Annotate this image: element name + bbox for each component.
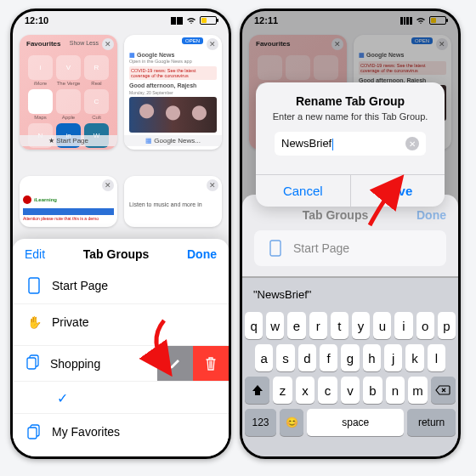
copy-icon	[26, 354, 40, 372]
group-label: Private	[52, 315, 89, 329]
group-label: My Favorites	[52, 425, 120, 439]
edit-button[interactable]: Edit	[25, 247, 45, 261]
close-icon[interactable]: ✕	[207, 38, 218, 50]
key-w[interactable]: w	[266, 312, 284, 339]
key-b[interactable]: b	[363, 377, 382, 404]
tab-overview: ✕ Favourites Show Less iiMore VThe Verge…	[13, 30, 229, 251]
key-e[interactable]: e	[287, 312, 305, 339]
hand-icon: ✋	[26, 313, 42, 332]
key-m[interactable]: m	[408, 377, 428, 404]
key-z[interactable]: z	[273, 377, 292, 404]
status-bar: 12:10	[13, 11, 229, 30]
copy-icon	[26, 422, 42, 441]
alert-text-field[interactable]: NewsBrief ✕	[275, 132, 426, 156]
tab-group-shopping-row: Shopping	[13, 345, 229, 382]
done-button[interactable]: Done	[187, 247, 217, 261]
tab-group-start-page[interactable]: Start Page	[13, 268, 229, 303]
tab-group-private[interactable]: ✋ Private	[13, 303, 229, 340]
close-icon[interactable]: ✕	[207, 179, 218, 191]
sheet-title: Tab Groups	[83, 247, 150, 261]
shift-icon	[252, 384, 264, 396]
key-123[interactable]: 123	[245, 409, 276, 436]
close-icon[interactable]: ✕	[102, 38, 114, 50]
tab-group-list: Start Page ✋ Private Shopping	[13, 264, 229, 453]
key-delete[interactable]	[431, 377, 456, 404]
key-o[interactable]: o	[416, 312, 434, 339]
key-r[interactable]: r	[309, 312, 327, 339]
key-f[interactable]: f	[320, 344, 337, 371]
keyboard-suggestion-bar[interactable]: "NewsBrief"	[245, 281, 456, 307]
favourites-grid: iiMore VThe Verge RReal 🗺Maps Apple CCul…	[20, 35, 117, 150]
trash-icon	[205, 357, 217, 371]
key-g[interactable]: g	[341, 344, 359, 371]
key-p[interactable]: p	[438, 312, 456, 339]
suggestion[interactable]: "NewsBrief"	[253, 288, 311, 301]
device-icon	[26, 276, 42, 295]
close-icon[interactable]: ✕	[102, 179, 114, 191]
clear-text-icon[interactable]: ✕	[405, 137, 419, 150]
done-button: Done	[416, 208, 446, 222]
svg-rect-2	[27, 358, 36, 369]
status-right	[171, 16, 217, 25]
delete-action-button[interactable]	[193, 346, 229, 381]
tab-groups-sheet: Edit Tab Groups Done Start Page ✋ Privat…	[13, 239, 229, 456]
tab-thumb-google-news[interactable]: ✕ ▦ Google News Open in the Google News …	[124, 35, 222, 150]
key-space[interactable]: space	[307, 409, 404, 436]
key-return[interactable]: return	[407, 409, 456, 436]
device-icon	[268, 239, 283, 258]
key-n[interactable]: n	[386, 377, 405, 404]
tab-thumb-start-page[interactable]: ✕ Favourites Show Less iiMore VThe Verge…	[20, 35, 117, 150]
key-v[interactable]: v	[341, 377, 360, 404]
battery-icon	[200, 16, 217, 25]
open-badge[interactable]: OPEN	[182, 37, 203, 44]
alert-title: Rename Tab Group	[268, 94, 433, 108]
tab-group-my-favorites[interactable]: My Favorites	[13, 413, 229, 450]
key-t[interactable]: t	[331, 312, 348, 339]
alert-message: Enter a new name for this Tab Group.	[268, 111, 433, 122]
key-y[interactable]: y	[352, 312, 370, 339]
phone-left: 12:10 ✕ Favourites Show Less iiMore VThe…	[10, 8, 231, 459]
svg-rect-4	[28, 428, 37, 439]
alert-input-value: NewsBrief	[281, 137, 332, 150]
key-row-3: z x c v b n m	[245, 377, 456, 404]
favourites-header: Favourites	[26, 40, 60, 48]
key-x[interactable]: x	[296, 377, 315, 404]
tab-groups-sheet-dimmed: Tab Groups Done Start Page	[242, 195, 458, 276]
key-u[interactable]: u	[373, 312, 391, 339]
backspace-icon	[435, 385, 450, 395]
key-emoji[interactable]: 😊	[280, 409, 303, 436]
key-a[interactable]: a	[255, 344, 273, 371]
svg-rect-0	[29, 278, 39, 293]
key-h[interactable]: h	[363, 344, 381, 371]
selected-indicator-row: ✓	[13, 387, 229, 413]
key-row-2: a s d f g h j k l	[245, 344, 456, 371]
key-s[interactable]: s	[276, 344, 294, 371]
tab-thumb-school[interactable]: ✕ iLearning Attention please note that t…	[20, 176, 117, 227]
rename-alert: Rename Tab Group Enter a new name for th…	[256, 82, 445, 207]
checkmark-icon: ✓	[57, 390, 68, 406]
tab-thumb-music[interactable]: ✕ Listen to music and more in	[124, 176, 222, 227]
screen-left: 12:10 ✕ Favourites Show Less iiMore VThe…	[13, 11, 229, 456]
key-c[interactable]: c	[318, 377, 337, 404]
group-label: Start Page	[293, 241, 349, 255]
sheet-title: Tab Groups	[303, 208, 369, 222]
key-l[interactable]: l	[428, 344, 445, 371]
key-k[interactable]: k	[405, 344, 423, 371]
save-button[interactable]: Save	[350, 175, 445, 207]
keyboard: "NewsBrief" q w e r t y u i o p a s	[242, 278, 458, 456]
rename-action-button[interactable]	[157, 346, 193, 381]
key-j[interactable]: j	[384, 344, 402, 371]
key-i[interactable]: i	[394, 312, 412, 339]
svg-rect-5	[270, 241, 280, 256]
cancel-button[interactable]: Cancel	[256, 175, 350, 207]
key-q[interactable]: q	[245, 312, 263, 339]
tab-group-shopping[interactable]: Shopping	[13, 346, 157, 381]
group-label: Shopping	[50, 357, 100, 371]
group-label: Start Page	[52, 279, 108, 292]
show-less-link[interactable]: Show Less	[70, 40, 99, 46]
key-d[interactable]: d	[298, 344, 316, 371]
tab-caption: ★ Start Page	[20, 135, 117, 146]
screen-right: 12:11 ✕ Favourites 🗺 inW	[242, 11, 458, 456]
key-shift[interactable]	[245, 377, 269, 404]
news-hero-image	[129, 97, 217, 133]
